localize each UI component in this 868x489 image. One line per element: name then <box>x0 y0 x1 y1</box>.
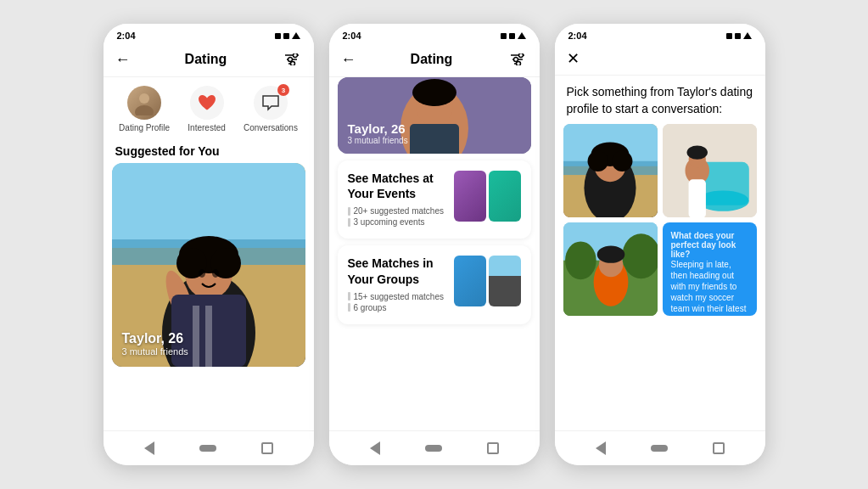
tab-label-profile: Dating Profile <box>119 123 170 132</box>
svg-point-50 <box>565 242 596 280</box>
time-2: 2:04 <box>343 31 361 41</box>
nav-home-2[interactable] <box>425 440 442 457</box>
close-button-3[interactable]: ✕ <box>567 49 580 68</box>
wifi-icon-3 <box>726 33 732 39</box>
groups-detail-2: 6 groups <box>348 303 447 312</box>
svg-point-31 <box>412 79 456 106</box>
photo-park[interactable] <box>563 222 658 316</box>
back-triangle-icon-3 <box>596 441 606 455</box>
svg-point-25 <box>518 53 523 58</box>
filter-icon <box>284 53 300 65</box>
filter-button-1[interactable] <box>282 49 302 70</box>
scroll-content-2: Taylor, 26 3 mutual friends See Matches … <box>329 77 540 430</box>
interested-icon-wrapper <box>190 86 224 120</box>
overview-square-icon-3 <box>713 442 725 454</box>
photo-mat[interactable] <box>663 124 757 217</box>
overview-square-icon-2 <box>487 442 499 454</box>
header-title-2: Dating <box>411 52 453 67</box>
card-name: Taylor, 26 <box>122 331 188 346</box>
nav-back-1[interactable] <box>141 440 158 457</box>
svg-rect-8 <box>112 163 305 248</box>
overview-square-icon <box>261 442 273 454</box>
detail-bar-4 <box>348 303 350 312</box>
event-thumb-2 <box>489 171 521 222</box>
tab-conversations[interactable]: 3 Conversations <box>244 86 298 132</box>
svg-point-4 <box>288 58 292 62</box>
nav-overview-1[interactable] <box>259 440 276 457</box>
app-header-2: ← Dating <box>329 44 540 77</box>
mat-scene <box>663 124 757 217</box>
photo-grid: What does your perfect day look like? Sl… <box>555 124 765 321</box>
match-card-info: Taylor, 26 3 mutual friends <box>348 121 408 145</box>
tab-interested[interactable]: Interested <box>188 86 225 132</box>
tab-dating-profile[interactable]: Dating Profile <box>119 86 170 132</box>
main-suggested-card[interactable]: Taylor, 26 3 mutual friends <box>112 163 305 367</box>
nav-home-1[interactable] <box>199 440 216 457</box>
svg-point-54 <box>596 246 624 263</box>
svg-rect-20 <box>193 306 199 367</box>
groups-detail-1: 15+ suggested matches <box>348 292 447 301</box>
section-title: Suggested for You <box>104 136 314 163</box>
back-button-1[interactable]: ← <box>115 51 131 69</box>
events-detail-1: 20+ suggested matches <box>348 206 447 216</box>
svg-point-46 <box>686 146 707 160</box>
svg-point-7 <box>135 105 154 115</box>
events-card-images <box>454 171 521 222</box>
bottom-nav-1 <box>104 430 314 465</box>
groups-card-images <box>454 256 521 306</box>
back-button-2[interactable]: ← <box>341 51 356 69</box>
filter-icon-2 <box>510 53 525 65</box>
groups-card[interactable]: See Matches in Your Groups 15+ suggested… <box>338 245 531 323</box>
phone-2: 2:04 ← Dating <box>329 24 540 465</box>
detail-bar-3 <box>348 292 350 301</box>
svg-point-40 <box>612 151 632 171</box>
match-name: Taylor, 26 <box>348 121 408 136</box>
question-card[interactable]: What does your perfect day look like? Sl… <box>663 222 757 316</box>
detail-bar-2 <box>348 218 350 227</box>
status-bar-1: 2:04 <box>104 24 314 44</box>
svg-point-39 <box>587 151 608 171</box>
events-card[interactable]: See Matches at Your Events 20+ suggested… <box>338 160 531 239</box>
time-1: 2:04 <box>117 31 136 41</box>
svg-point-17 <box>212 269 219 278</box>
card-info: Taylor, 26 3 mutual friends <box>122 331 188 357</box>
bottom-nav-3 <box>555 430 765 465</box>
svg-point-26 <box>513 58 518 62</box>
app-header-3: ✕ <box>555 44 765 76</box>
events-detail-2: 3 upcoming events <box>348 217 447 227</box>
phones-container: 2:04 ← Dating <box>104 24 765 465</box>
nav-back-3[interactable] <box>592 440 609 457</box>
filter-button-2[interactable] <box>507 49 528 70</box>
avatar-icon <box>132 90 157 115</box>
park-scene <box>563 222 658 316</box>
question-prompt: What does your perfect day look like? <box>671 231 748 259</box>
header-title-1: Dating <box>185 52 227 67</box>
svg-rect-47 <box>688 179 705 217</box>
events-title: See Matches at Your Events <box>348 171 447 201</box>
profile-avatar <box>127 86 161 120</box>
svg-rect-32 <box>410 124 459 154</box>
phone-3: 2:04 ✕ Pick something from Taylor's dati… <box>555 24 765 465</box>
svg-point-16 <box>199 269 205 278</box>
tab-label-interested: Interested <box>188 123 225 132</box>
detail-bar <box>348 207 350 216</box>
photo-beach[interactable] <box>563 124 658 217</box>
signal-icon <box>283 33 289 39</box>
time-3: 2:04 <box>568 31 587 41</box>
question-answer: Sleeping in late, then heading out with … <box>671 259 748 325</box>
back-triangle-icon-2 <box>370 441 380 455</box>
signal-icon-3 <box>735 33 741 39</box>
nav-overview-3[interactable] <box>710 440 727 457</box>
svg-rect-21 <box>205 306 212 367</box>
svg-point-5 <box>290 62 294 66</box>
battery-icon-3 <box>743 32 752 39</box>
nav-back-2[interactable] <box>367 440 384 457</box>
heart-icon <box>198 94 216 111</box>
battery-icon <box>292 32 300 39</box>
top-match-card[interactable]: Taylor, 26 3 mutual friends <box>338 77 531 154</box>
home-pill-icon-2 <box>425 445 442 452</box>
groups-title: See Matches in Your Groups <box>348 256 447 286</box>
beach-scene <box>563 124 658 217</box>
nav-home-3[interactable] <box>651 440 668 457</box>
nav-overview-2[interactable] <box>484 440 501 457</box>
